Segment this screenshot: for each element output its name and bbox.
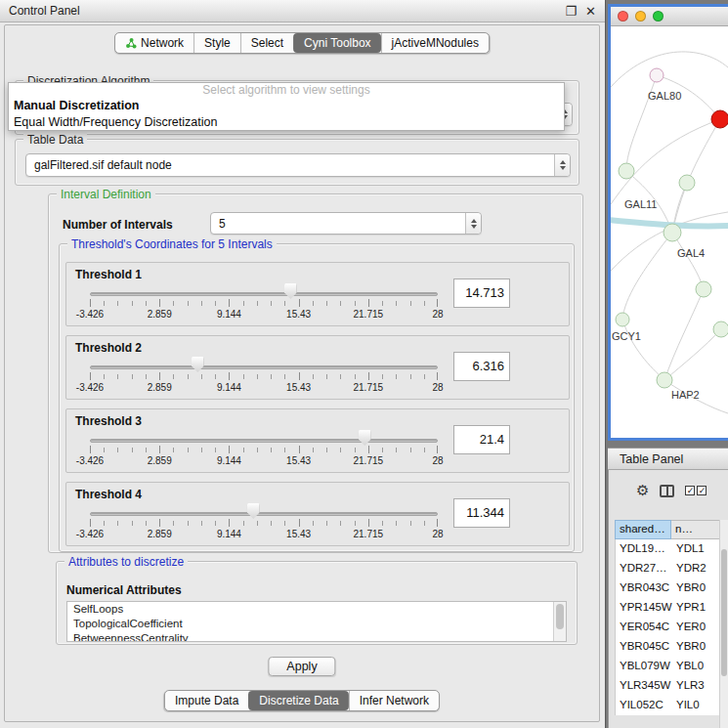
interval-definition-group: Interval Definition Number of Intervals … bbox=[48, 193, 583, 553]
gear-icon[interactable]: ⚙ bbox=[636, 483, 649, 498]
network-canvas[interactable]: GAL80 GAL11 GAL4 GCY1 HAP2 bbox=[611, 26, 728, 438]
slider-track[interactable] bbox=[90, 292, 438, 296]
list-scrollbar[interactable] bbox=[553, 602, 566, 641]
table-row[interactable]: YLR345WYLR3 bbox=[615, 676, 720, 696]
select-columns-icon[interactable]: ✓ ✓ bbox=[685, 486, 707, 495]
cell[interactable]: YBR0 bbox=[672, 637, 720, 657]
slider-track[interactable] bbox=[90, 439, 438, 443]
network-node[interactable] bbox=[619, 163, 634, 179]
cell[interactable]: YPR145W bbox=[616, 598, 672, 618]
threshold-1-panel: Threshold 1 -3.4262.8599.14415.4321.7152… bbox=[65, 262, 570, 326]
control-panel-titlebar[interactable]: Control Panel ❐ ✕ bbox=[0, 0, 605, 22]
thresholds-group: Threshold's Coordinates for 5 Intervals … bbox=[59, 243, 575, 552]
cell[interactable]: YER0 bbox=[672, 618, 720, 637]
cell[interactable]: YBR0 bbox=[672, 578, 720, 598]
tab-cyni-toolbox[interactable]: Cyni Toolbox bbox=[293, 33, 380, 53]
slider-thumb[interactable] bbox=[284, 283, 297, 299]
cell[interactable]: YBR043C bbox=[616, 578, 672, 598]
scrollbar-thumb[interactable] bbox=[721, 549, 727, 676]
cell[interactable]: YIL0 bbox=[672, 696, 720, 715]
table-row[interactable]: YBR043CYBR0 bbox=[615, 578, 720, 598]
cell[interactable]: YBL0 bbox=[672, 657, 720, 676]
list-item[interactable]: TopologicalCoefficient bbox=[67, 617, 566, 631]
dropdown-item-manual-discretization[interactable]: Manual Discretization bbox=[9, 98, 564, 114]
threshold-4-field[interactable]: 11.344 bbox=[453, 498, 510, 528]
cell[interactable]: YDR27… bbox=[616, 559, 672, 578]
tab-cyni-toolbox-label: Cyni Toolbox bbox=[304, 36, 370, 50]
number-of-intervals-combobox[interactable]: 5 bbox=[210, 212, 482, 235]
network-window-titlebar[interactable] bbox=[611, 7, 728, 26]
close-traffic-light-icon[interactable] bbox=[618, 11, 628, 21]
list-item[interactable]: BetweennessCentrality bbox=[67, 631, 566, 642]
column-header-name[interactable]: n… bbox=[671, 520, 720, 539]
attributes-group-title: Attributes to discretize bbox=[64, 555, 188, 569]
tab-jactivemnodules[interactable]: jActiveMNodules bbox=[381, 33, 489, 53]
table-data-combobox[interactable]: galFiltered.sif default node bbox=[25, 153, 571, 177]
cell[interactable]: YDR2 bbox=[672, 559, 720, 578]
cell[interactable]: YBR045C bbox=[616, 637, 672, 657]
network-node[interactable] bbox=[650, 68, 664, 82]
checkbox-icon: ✓ bbox=[685, 486, 695, 495]
table-row[interactable]: YIL052CYIL0 bbox=[615, 696, 720, 715]
slider-thumb[interactable] bbox=[247, 503, 260, 519]
columns-icon[interactable] bbox=[660, 485, 674, 497]
slider-track[interactable] bbox=[90, 365, 438, 369]
table-row[interactable]: YDR27…YDR2 bbox=[615, 559, 720, 578]
table-row[interactable]: YBR045CYBR0 bbox=[615, 637, 720, 657]
network-node[interactable] bbox=[679, 175, 695, 191]
tab-style[interactable]: Style bbox=[193, 33, 240, 53]
column-header-shared-name[interactable]: shared… bbox=[615, 520, 671, 539]
slider-scale: -3.4262.8599.14415.4321.71528 bbox=[90, 529, 438, 540]
threshold-4-panel: Threshold 4 -3.4262.8599.14415.4321.7152… bbox=[65, 482, 570, 546]
threshold-1-slider[interactable]: -3.4262.8599.14415.4321.71528 bbox=[90, 263, 438, 327]
dropdown-header: Select algorithm to view settings bbox=[9, 83, 564, 98]
tab-network[interactable]: Network bbox=[115, 33, 193, 53]
threshold-2-slider[interactable]: -3.4262.8599.14415.4321.71528 bbox=[90, 336, 438, 401]
apply-button[interactable]: Apply bbox=[268, 657, 335, 676]
scrollbar-thumb[interactable] bbox=[556, 604, 564, 629]
table-row[interactable]: YDL19…YDL1 bbox=[615, 539, 720, 559]
cell[interactable]: YLR345W bbox=[616, 676, 672, 696]
cell[interactable]: YER054C bbox=[616, 618, 672, 637]
slider-thumb[interactable] bbox=[192, 357, 204, 372]
tab-impute-data[interactable]: Impute Data bbox=[165, 691, 248, 710]
cell[interactable]: YPR1 bbox=[672, 598, 720, 618]
table-panel-header[interactable]: Table Panel bbox=[608, 448, 728, 470]
close-icon[interactable]: ✕ bbox=[585, 4, 596, 19]
table-scrollbar[interactable] bbox=[719, 520, 728, 728]
table-row[interactable]: YBL079WYBL0 bbox=[615, 657, 720, 676]
selected-network-node[interactable] bbox=[711, 110, 728, 128]
table-row[interactable]: YPR145WYPR1 bbox=[615, 598, 720, 618]
threshold-3-slider[interactable]: -3.4262.8599.14415.4321.71528 bbox=[90, 409, 438, 474]
network-node[interactable] bbox=[664, 224, 681, 241]
cell[interactable]: YBL079W bbox=[616, 657, 672, 676]
cell[interactable]: YDL19… bbox=[616, 539, 672, 559]
numerical-attributes-list[interactable]: SelfLoops TopologicalCoefficient Between… bbox=[66, 601, 567, 642]
node-label: HAP2 bbox=[671, 389, 700, 401]
slider-track[interactable] bbox=[90, 512, 438, 516]
threshold-3-field[interactable]: 21.4 bbox=[453, 425, 510, 454]
zoom-traffic-light-icon[interactable] bbox=[653, 11, 664, 21]
network-node[interactable] bbox=[696, 281, 711, 297]
dropdown-item-equal-width[interactable]: Equal Width/Frequency Discretization bbox=[9, 114, 564, 131]
tab-select[interactable]: Select bbox=[240, 33, 293, 53]
table-row[interactable]: YER054CYER0 bbox=[615, 618, 720, 637]
minimize-traffic-light-icon[interactable] bbox=[635, 11, 646, 21]
cell[interactable]: YDL1 bbox=[672, 539, 720, 559]
tab-infer-network[interactable]: Infer Network bbox=[349, 691, 439, 710]
combo-stepper-icon bbox=[465, 213, 481, 234]
network-node[interactable] bbox=[713, 321, 728, 337]
cell[interactable]: YLR3 bbox=[672, 676, 720, 696]
tab-discretize-data[interactable]: Discretize Data bbox=[248, 691, 348, 710]
slider-thumb[interactable] bbox=[359, 430, 371, 446]
network-node[interactable] bbox=[657, 372, 672, 388]
threshold-4-slider[interactable]: -3.4262.8599.14415.4321.71528 bbox=[90, 483, 438, 547]
node-label: GAL80 bbox=[648, 90, 681, 102]
float-window-icon[interactable]: ❐ bbox=[565, 4, 577, 19]
threshold-1-field[interactable]: 14.713 bbox=[453, 278, 510, 308]
table-data-title: Table Data bbox=[23, 133, 87, 147]
network-node[interactable] bbox=[616, 313, 629, 326]
list-item[interactable]: SelfLoops bbox=[67, 602, 566, 617]
cell[interactable]: YIL052C bbox=[616, 696, 672, 715]
threshold-2-field[interactable]: 6.316 bbox=[453, 352, 510, 381]
